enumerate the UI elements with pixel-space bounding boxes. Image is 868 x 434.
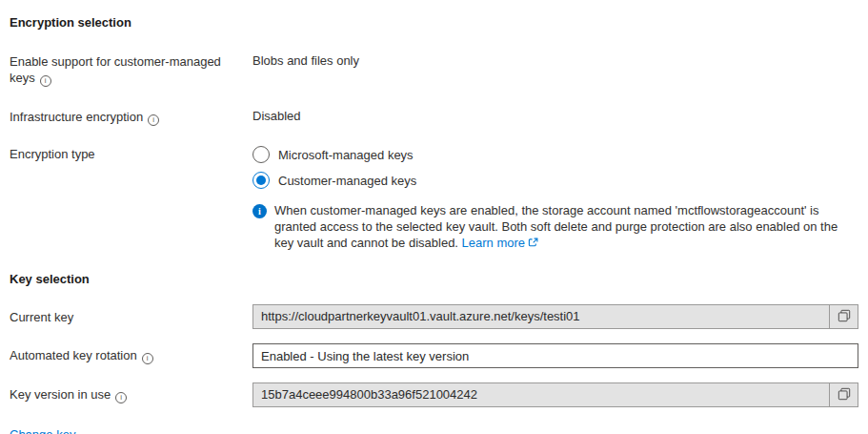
radio-unselected-icon	[252, 146, 270, 163]
automated-key-rotation-label: Automated key rotation	[10, 348, 137, 362]
copy-key-version-button[interactable]	[829, 383, 858, 406]
copy-icon	[838, 387, 851, 403]
radio-option-customer-managed-keys[interactable]: Customer-managed keys	[252, 172, 858, 189]
radio-option-label: Microsoft-managed keys	[278, 148, 414, 162]
key-selection-heading: Key selection	[10, 272, 858, 286]
key-version-label: Key version in use	[10, 387, 111, 402]
infrastructure-encryption-label-col: Infrastructure encryptioni	[10, 109, 252, 126]
key-version-value-col: 15b7a4ceee994800b33a96f521004242	[252, 382, 858, 407]
infrastructure-encryption-info-icon[interactable]: i	[148, 114, 159, 126]
encryption-settings-page: Encryption selection Enable support for …	[0, 0, 868, 434]
current-key-field[interactable]: https://cloudpartnerkeyvault01.vault.azu…	[252, 304, 858, 329]
radio-selected-icon	[252, 172, 270, 189]
info-banner-text: When customer-managed keys are enabled, …	[274, 202, 858, 252]
infrastructure-encryption-label: Infrastructure encryption	[10, 110, 143, 124]
cmk-support-value: Blobs and files only	[252, 53, 359, 68]
infrastructure-encryption-value: Disabled	[252, 109, 301, 123]
cmk-support-row: Enable support for customer-managed keys…	[10, 53, 858, 87]
current-key-label-col: Current key	[10, 309, 252, 325]
encryption-selection-heading: Encryption selection	[10, 15, 858, 30]
encryption-type-value-col: Microsoft-managed keys Customer-managed …	[252, 146, 858, 252]
automated-key-rotation-label-col: Automated key rotationi	[10, 347, 252, 364]
radio-option-microsoft-managed-keys[interactable]: Microsoft-managed keys	[252, 146, 858, 163]
cmk-support-info-icon[interactable]: i	[40, 75, 51, 87]
encryption-type-label: Encryption type	[10, 147, 95, 161]
current-key-value: https://cloudpartnerkeyvault01.vault.azu…	[253, 305, 829, 328]
radio-option-label: Customer-managed keys	[278, 174, 416, 188]
cmk-info-banner: i When customer-managed keys are enabled…	[252, 202, 858, 252]
copy-current-key-button[interactable]	[829, 305, 858, 328]
cmk-support-label-col: Enable support for customer-managed keys…	[10, 53, 252, 87]
key-version-label-col: Key version in usei	[10, 386, 252, 403]
encryption-type-label-col: Encryption type	[10, 146, 252, 162]
key-version-info-icon[interactable]: i	[115, 392, 127, 403]
automated-key-rotation-input[interactable]	[252, 343, 858, 368]
info-banner-icon: i	[252, 204, 267, 218]
key-version-row: Key version in usei 15b7a4ceee994800b33a…	[10, 382, 858, 407]
current-key-value-col: https://cloudpartnerkeyvault01.vault.azu…	[252, 304, 858, 329]
automated-key-rotation-value-col	[252, 343, 858, 368]
encryption-type-row: Encryption type Microsoft-managed keys C…	[10, 146, 858, 252]
current-key-label: Current key	[10, 310, 73, 324]
automated-key-rotation-row: Automated key rotationi	[10, 343, 858, 368]
infrastructure-encryption-row: Infrastructure encryptioni Disabled	[10, 109, 858, 126]
external-link-icon	[528, 237, 538, 251]
cmk-support-value-col: Blobs and files only	[252, 53, 858, 68]
key-version-field[interactable]: 15b7a4ceee994800b33a96f521004242	[252, 382, 858, 407]
info-banner-message: When customer-managed keys are enabled, …	[274, 203, 838, 250]
infrastructure-encryption-value-col: Disabled	[252, 109, 858, 123]
copy-icon	[838, 309, 851, 325]
automated-key-rotation-info-icon[interactable]: i	[142, 353, 153, 364]
current-key-row: Current key https://cloudpartnerkeyvault…	[10, 304, 858, 329]
change-key-link[interactable]: Change key	[10, 427, 75, 434]
learn-more-link[interactable]: Learn more	[462, 236, 525, 250]
key-version-value: 15b7a4ceee994800b33a96f521004242	[253, 383, 829, 406]
